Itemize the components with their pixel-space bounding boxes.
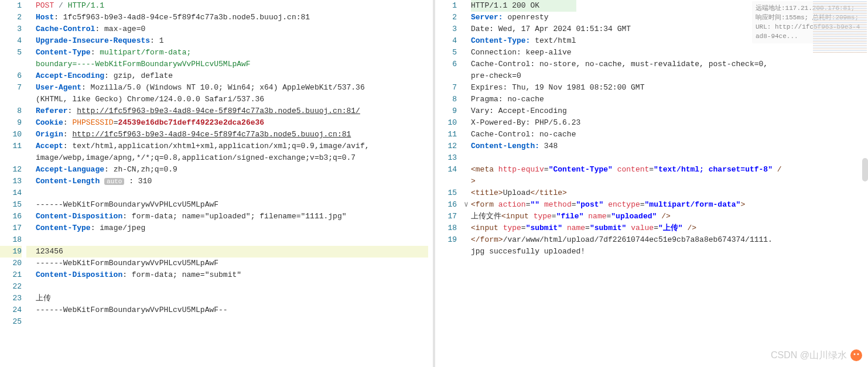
token: : (63, 130, 73, 139)
code-line[interactable]: HTTP/1.1 200 OK (471, 0, 576, 12)
code-content[interactable]: POST / HTTP/1.1Host: 1fc5f963-b9e3-4ad8-… (36, 0, 433, 367)
token: > (740, 200, 745, 209)
code-line[interactable]: Content-Length: 348 (471, 140, 863, 152)
token: < (471, 224, 476, 232)
token: Accept (36, 142, 63, 150)
code-line[interactable]: Host: 1fc5f963-b9e3-4ad8-94ce-5f89f4c77a… (36, 12, 428, 23)
token: name (567, 224, 585, 232)
code-line[interactable]: Upgrade-Insecure-Requests: 1 (36, 35, 428, 47)
code-line[interactable]: Content-Type: image/jpeg (36, 222, 428, 234)
code-line[interactable]: Connection: keep-alive (471, 47, 863, 59)
token: Accept-Encoding (36, 71, 104, 80)
token: : 1 (150, 36, 163, 45)
code-line[interactable]: Origin: http://1fc5f963-b9e3-4ad8-94ce-5… (36, 129, 428, 140)
token (613, 165, 617, 174)
token: "上传" (658, 224, 683, 232)
code-line[interactable]: ------WebKitFormBoundarywVvPHLcvU5MLpAwF (36, 199, 428, 211)
code-line[interactable]: Referer: http://1fc5f963-b9e3-4ad8-94ce-… (36, 105, 428, 117)
token: : 1fc5f963-b9e3-4ad8-94ce-5f89f4c77a3b.n… (54, 13, 310, 22)
code-line[interactable]: Content-Length auto : 310 (36, 176, 428, 187)
token: /var/www/html/upload/7df22610744ec51e9cb… (503, 235, 773, 244)
code-line[interactable]: User-Agent: Mozilla/5.0 (Windows NT 10.0… (36, 82, 428, 94)
code-line[interactable]: Accept-Language: zh-CN,zh;q=0.9 (36, 164, 428, 176)
code-line[interactable]: Cache-Control: max-age=0 (36, 23, 428, 35)
code-line[interactable]: </form>/var/www/html/upload/7df22610744e… (471, 234, 863, 246)
token: content (617, 165, 650, 174)
code-line[interactable]: Cache-Control: no-store, no-cache, must-… (471, 59, 863, 70)
token: < (471, 165, 476, 174)
code-line[interactable]: image/webp,image/apng,*/*;q=0.8,applicat… (36, 152, 428, 164)
line-number-gutter: 1234567891011121314151617181920212223242… (0, 0, 26, 367)
token: 123456 (36, 247, 63, 256)
token: method (544, 200, 572, 209)
code-line[interactable]: Cache-Control: no-cache (471, 129, 863, 140)
token: Accept-Language (36, 165, 104, 174)
code-line[interactable]: Accept-Encoding: gzip, deflate (36, 70, 428, 82)
code-line[interactable] (471, 152, 863, 164)
code-line[interactable]: Content-Type: multipart/form-data; (36, 47, 428, 59)
code-line[interactable]: Pragma: no-cache (471, 94, 863, 105)
token: = (552, 212, 556, 221)
token: "" (530, 200, 539, 209)
token: PHPSESSID (72, 118, 113, 127)
line-number-gutter: 12345678910111213141516171819 (435, 0, 462, 367)
response-code-area[interactable]: 12345678910111213141516171819∨HTTP/1.1 2… (435, 0, 868, 367)
code-line[interactable] (36, 281, 428, 293)
token: pre-check=0 (471, 71, 521, 80)
code-line[interactable]: ------WebKitFormBoundarywVvPHLcvU5MLpAwF (36, 258, 428, 269)
token: : Mozilla/5.0 (Windows NT 10.0; Win64; x… (81, 83, 369, 92)
code-line[interactable]: 123456 (36, 246, 428, 258)
code-line[interactable]: <meta http-equiv="Content-Type" content=… (471, 164, 863, 176)
code-content[interactable]: HTTP/1.1 200 OKServer: openrestyDate: We… (471, 0, 868, 367)
code-line[interactable]: Content-Disposition: form-data; name="su… (36, 269, 428, 281)
token: X-Powered-By: PHP/5.6.23 (471, 118, 580, 127)
token: /> (657, 212, 670, 221)
code-line[interactable]: POST / HTTP/1.1 (36, 0, 428, 12)
code-line[interactable]: <input type="submit" name="submit" value… (471, 222, 863, 234)
code-line[interactable]: ------WebKitFormBoundarywVvPHLcvU5MLpAwF… (36, 304, 428, 316)
token (100, 177, 104, 186)
token: jpg succesfully uploaded! (471, 247, 585, 256)
token: POST (36, 1, 54, 10)
code-line[interactable]: Vary: Accept-Encoding (471, 105, 863, 117)
token: http://1fc5f963-b9e3-4ad8-94ce-5f89f4c77… (72, 130, 351, 139)
code-line[interactable]: (KHTML, like Gecko) Chrome/124.0.0.0 Saf… (36, 94, 428, 105)
scrollbar-thumb[interactable] (862, 158, 868, 181)
token: title (476, 188, 498, 197)
code-line[interactable]: Content-Disposition: form-data; name="up… (36, 211, 428, 222)
token: boundary=----WebKitFormBoundarywVvPHLcvU… (36, 60, 251, 68)
code-line[interactable]: <title>Upload</title> (471, 187, 863, 199)
code-line[interactable]: Accept: text/html,application/xhtml+xml,… (36, 140, 428, 152)
code-line[interactable]: > (471, 176, 863, 187)
token: 上传文件 (471, 212, 501, 221)
token: : max-age=0 (95, 25, 145, 33)
token: title (539, 188, 562, 197)
token: ------WebKitFormBoundarywVvPHLcvU5MLpAwF (36, 200, 218, 209)
token: : (63, 118, 73, 127)
code-line[interactable]: boundary=----WebKitFormBoundarywVvPHLcvU… (36, 59, 428, 70)
code-line[interactable] (36, 187, 428, 199)
token: Origin (36, 130, 63, 139)
code-line[interactable]: X-Powered-By: PHP/5.6.23 (471, 117, 863, 129)
token: input (476, 224, 503, 232)
code-line[interactable]: jpg succesfully uploaded! (471, 246, 863, 258)
code-line[interactable]: 上传 (36, 293, 428, 304)
token: : zh-CN,zh;q=0.9 (104, 165, 177, 174)
code-line[interactable]: <form action="" method="post" enctype="m… (471, 199, 863, 211)
code-line[interactable]: Cookie: PHPSESSID=24539e16dbc71deff49223… (36, 117, 428, 129)
token: "Content-Type" (549, 165, 613, 174)
code-line[interactable]: 上传文件<input type="file" name="uploaded" /… (471, 211, 863, 222)
token: form (480, 235, 498, 244)
code-line[interactable] (36, 316, 428, 328)
response-editor[interactable]: 12345678910111213141516171819∨HTTP/1.1 2… (435, 0, 868, 367)
token: "submit" (526, 224, 562, 232)
token: type (534, 212, 552, 221)
request-editor[interactable]: 1234567891011121314151617181920212223242… (0, 0, 435, 367)
code-line[interactable] (36, 234, 428, 246)
code-line[interactable]: Expires: Thu, 19 Nov 1981 08:52:00 GMT (471, 82, 863, 94)
code-line[interactable]: pre-check=0 (471, 70, 863, 82)
token: 348 (544, 142, 558, 150)
request-code-area[interactable]: 1234567891011121314151617181920212223242… (0, 0, 433, 367)
token: Cookie (36, 118, 63, 127)
token: Content-Type (36, 48, 91, 57)
